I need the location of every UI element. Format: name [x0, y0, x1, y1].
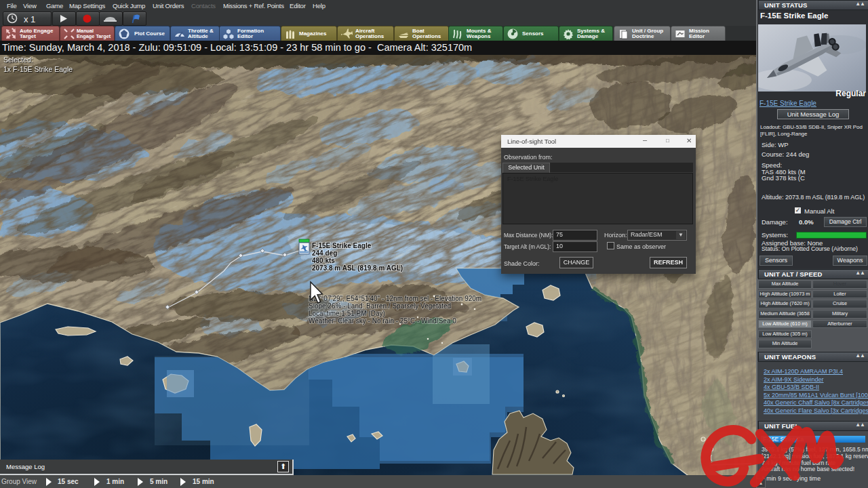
svg-text:Selected:: Selected:	[3, 56, 33, 64]
svg-text:Local time 1:51 PM (Day): Local time 1:51 PM (Day)	[309, 310, 385, 317]
svg-text:1x F-15E Strike Eagle: 1x F-15E Strike Eagle	[3, 65, 73, 73]
svg-text:x 1: x 1	[24, 14, 35, 24]
svg-text:F-15E Strike Eagle: F-15E Strike Eagle	[312, 242, 372, 249]
svg-text:480 kts: 480 kts	[312, 257, 335, 264]
svg-text:Weather: Clear sky - No rain -: Weather: Clear sky - No rain - 25°C - Wi…	[309, 317, 456, 325]
svg-text:2073.8 m ASL (819.8 m AGL): 2073.8 m ASL (819.8 m AGL)	[312, 264, 403, 272]
svg-text:Slope 26% - Land: Barren / Sp: Slope 26% - Land: Barren / Sparsely Vege…	[309, 302, 451, 310]
svg-text:244 deg: 244 deg	[312, 249, 337, 257]
svg-text:N27°07'29", E54°51'40" - 12nm: N27°07'29", E54°51'40" - 12nm from sel -…	[309, 295, 481, 302]
